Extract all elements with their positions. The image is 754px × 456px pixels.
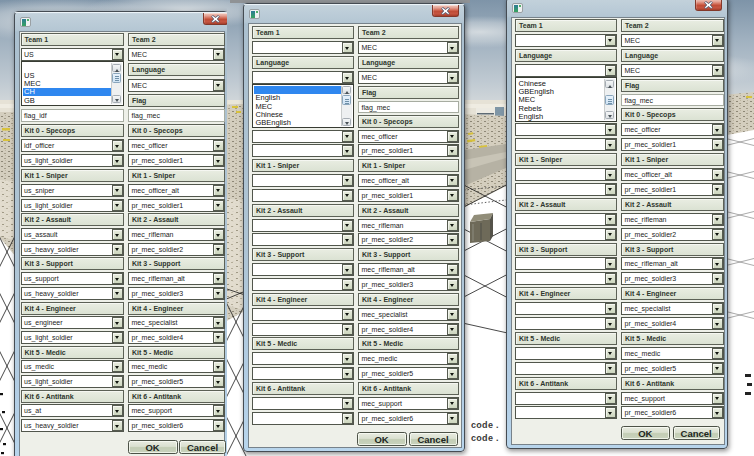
svg-text:code .: code . xyxy=(471,433,499,443)
svg-text:code .: code . xyxy=(471,420,499,430)
